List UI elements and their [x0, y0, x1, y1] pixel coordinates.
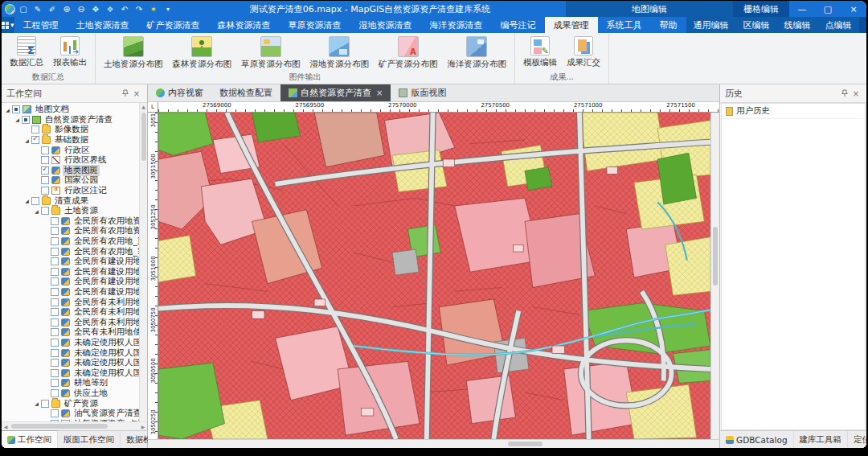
tree-item[interactable]: ◢ 全民所有未利用地_重叠 — [2, 317, 139, 327]
ribbon-button[interactable]: 森林资源分布图 — [168, 35, 237, 72]
tree-item[interactable]: ◢ 全民所有农用地资产清查 — [2, 226, 139, 236]
tree-item[interactable]: ◢ 全民所有建设用地资源资产 — [2, 277, 139, 287]
layer-checkbox[interactable] — [51, 288, 59, 296]
layer-checkbox[interactable] — [41, 187, 49, 195]
tree-item[interactable]: ◢ 行政区 — [2, 145, 139, 155]
expander-icon[interactable]: ◢ — [13, 117, 22, 122]
layer-checkbox[interactable] — [51, 409, 59, 417]
ribbon-tab[interactable]: 森林资源清查 — [209, 17, 280, 33]
close-icon[interactable]: × — [131, 88, 142, 99]
expander-icon[interactable]: ◢ — [23, 198, 31, 203]
ribbon-button[interactable]: 海洋资源分布图 — [443, 35, 512, 72]
ribbon-button[interactable]: 矿产资源分布图 — [374, 35, 443, 72]
document-tab[interactable]: 数据检查配置 — [211, 84, 280, 101]
panel-tab[interactable]: 定位 — [848, 431, 866, 448]
tree-item[interactable]: ◢ 全民所有农用地资产清查 — [2, 216, 139, 227]
layer-checkbox[interactable] — [51, 339, 59, 347]
layer-checkbox[interactable] — [12, 105, 20, 113]
qat-icon[interactable] — [133, 2, 145, 15]
layer-checkbox[interactable] — [51, 257, 59, 265]
ribbon-tab[interactable]: 草原资源清查 — [280, 17, 350, 33]
tree-item[interactable]: ◢ 全民所有农用地_宗地使用权 — [2, 246, 139, 257]
tree-item[interactable]: ◢ 矿产资源 — [2, 398, 139, 409]
panel-tab[interactable]: GDBCatalog — [720, 431, 794, 448]
tree-item[interactable]: ◢ 全民所有未利用地资产清查 — [2, 307, 139, 318]
layer-checkbox[interactable] — [51, 277, 59, 286]
ribbon-tab[interactable]: 成果管理 — [545, 17, 598, 33]
ribbon-button[interactable]: 模板编辑 — [518, 35, 562, 70]
tree-item[interactable]: ◢ 未确定使用权人国有建设用地 — [2, 368, 139, 378]
qat-icon[interactable] — [162, 2, 174, 15]
ribbon-tab[interactable]: 土地资源清查 — [68, 17, 138, 33]
qat-icon[interactable] — [118, 2, 131, 15]
map-horizontal-scrollbar[interactable] — [148, 439, 719, 448]
qat-icon[interactable] — [31, 2, 44, 15]
layer-checkbox[interactable] — [41, 156, 49, 164]
expander-icon[interactable]: ◢ — [32, 401, 41, 406]
layer-checkbox[interactable] — [51, 359, 59, 367]
layer-checkbox[interactable] — [31, 197, 39, 205]
tree-item[interactable]: ◢ 全民所有建设用地资源资产 — [2, 257, 139, 267]
ribbon-button[interactable]: 数据汇总 — [5, 35, 48, 70]
ribbon-button[interactable]: 草原资源分布图 — [236, 35, 305, 72]
document-tab[interactable]: 版面视图 — [391, 84, 454, 101]
panel-tab[interactable]: 建库工具箱 — [794, 431, 849, 448]
app-menu-button[interactable]: ▾ — [2, 17, 14, 33]
tree-item[interactable]: ◢ 未确定使用权人国有建设用地 — [2, 347, 139, 358]
ribbon-tab[interactable]: 工程管理 — [14, 17, 68, 33]
tree-vertical-scrollbar[interactable]: ▲ — [139, 103, 147, 421]
close-tab-icon[interactable]: × — [376, 88, 383, 97]
layer-checkbox[interactable] — [51, 369, 59, 377]
layer-checkbox[interactable] — [51, 318, 59, 327]
ribbon-button[interactable]: 报表输出 — [48, 35, 92, 70]
layer-checkbox[interactable] — [51, 308, 59, 316]
tree-item[interactable]: ◢ 国家公园 — [2, 175, 139, 186]
ribbon-button[interactable]: 成果汇交 — [562, 35, 605, 70]
tree-item[interactable]: ◢ 未确定使用权人国有建设用地 — [2, 358, 139, 368]
layer-checkbox[interactable] — [41, 166, 49, 175]
panel-tab[interactable]: 工作空间 — [2, 430, 58, 448]
context-tab[interactable]: 线编辑 — [777, 17, 818, 33]
ribbon-button[interactable]: 湿地资源分布图 — [305, 35, 375, 72]
tree-item[interactable]: ◢ 土地资源 — [2, 206, 139, 216]
layer-checkbox[interactable] — [51, 227, 59, 235]
ribbon-tab[interactable]: 编号注记 — [492, 17, 545, 33]
layer-checkbox[interactable] — [31, 125, 39, 134]
panel-tab[interactable]: 版面工作空间 — [58, 431, 121, 448]
layer-checkbox[interactable] — [51, 328, 59, 336]
layer-checkbox[interactable] — [31, 136, 39, 144]
pin-icon[interactable] — [120, 88, 131, 99]
ribbon-tab[interactable]: 海洋资源清查 — [421, 17, 492, 33]
qat-icon[interactable] — [60, 2, 73, 15]
window-control-button[interactable]: ▢ — [815, 1, 841, 17]
window-control-button[interactable]: — — [789, 1, 815, 17]
layer-checkbox[interactable] — [51, 268, 59, 276]
map-canvas[interactable] — [158, 113, 710, 439]
context-tab[interactable]: 点编辑 — [818, 17, 859, 33]
document-tab[interactable]: 自然资源资产清查 × — [280, 84, 391, 101]
qat-icon[interactable] — [89, 2, 102, 15]
layer-checkbox[interactable] — [41, 400, 49, 408]
tree-item[interactable]: ◢ 地图文档 — [2, 105, 139, 115]
layer-checkbox[interactable] — [51, 389, 59, 397]
qat-icon[interactable] — [75, 2, 88, 15]
qat-icon[interactable] — [17, 2, 30, 15]
tree-item[interactable]: ◢ 全民所有建设用地资源资产 — [2, 287, 139, 298]
context-tab[interactable]: 栅格编辑 — [859, 17, 866, 33]
layer-checkbox[interactable] — [51, 349, 59, 357]
qat-icon[interactable] — [147, 2, 160, 15]
tree-item[interactable]: ◢ 全民有未利用地使用权 — [2, 327, 139, 338]
tree-item[interactable]: ◢ 未确定使用权人国有建设用地 — [2, 338, 139, 348]
ribbon-tab[interactable]: 湿地资源清查 — [350, 17, 421, 33]
ribbon-button[interactable]: 土地资源分布图 — [99, 35, 168, 72]
layer-checkbox[interactable] — [41, 207, 49, 215]
context-tab[interactable]: 通用编辑 — [686, 17, 736, 33]
ribbon-tab[interactable]: 系统工具 — [598, 17, 651, 33]
layer-checkbox[interactable] — [51, 379, 59, 387]
layer-checkbox[interactable] — [51, 298, 59, 306]
tree-item[interactable]: ◢ 行政区界线 — [2, 155, 139, 166]
expander-icon[interactable]: ◢ — [32, 208, 41, 214]
tree-item[interactable]: ◢ 基础数据 — [2, 135, 139, 146]
ribbon-tab[interactable]: 帮助 — [651, 17, 686, 33]
tree-item[interactable]: ◢ 油气资源资产清查基础 — [2, 409, 139, 419]
